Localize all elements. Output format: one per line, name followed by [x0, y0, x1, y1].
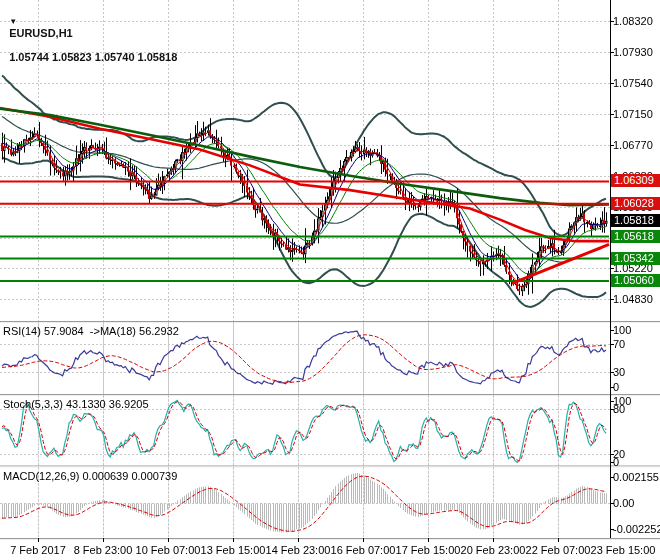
rsi-scale-label: 0 — [613, 381, 659, 393]
macd-scale-label: -0.002252 — [613, 523, 659, 535]
price-axis-label: 1.04830 — [613, 293, 659, 305]
rsi-scale-label: 100 — [613, 324, 659, 336]
price-tag-resistance: 1.06309 — [611, 174, 660, 187]
macd-scale-label: 0.002155 — [613, 471, 659, 483]
price-axis-label: 1.08320 — [613, 15, 659, 27]
macd-indicator-label: MACD(12,26,9) 0.000639 0.000739 — [3, 470, 177, 482]
price-axis-label: 1.07540 — [613, 77, 659, 89]
symbol-label: EURUSD,H1 — [9, 27, 73, 39]
rsi-indicator-label: RSI(14) 57.9084 ->MA(18) 56.2932 — [3, 325, 179, 337]
price-tag-support: 1.05618 — [611, 230, 660, 243]
price-tag-support: 1.05342 — [611, 252, 660, 265]
price-tag-resistance: 1.06028 — [611, 197, 660, 210]
chart-title: ▼ EURUSD,H1 1.05744 1.05823 1.05740 1.05… — [3, 3, 177, 63]
price-axis-label: 1.07150 — [613, 108, 659, 120]
time-axis-label: 23 Feb 15:00 — [585, 544, 660, 556]
price-tag-current-price: 1.05818 — [611, 214, 660, 227]
price-tag-support: 1.05060 — [611, 274, 660, 287]
price-axis-label: 1.06770 — [613, 139, 659, 151]
stoch-scale-label: 0 — [613, 456, 659, 468]
stoch-scale-label: 80 — [613, 403, 659, 415]
symbol-expander-icon[interactable]: ▼ — [9, 17, 17, 26]
stoch-indicator-label: Stoch(5,3,3) 43.1330 36.9205 — [3, 398, 149, 410]
price-axis-label: 1.07930 — [613, 46, 659, 58]
rsi-scale-label: 70 — [613, 338, 659, 350]
macd-scale-label: 0.00 — [613, 497, 659, 509]
ohlc-values: 1.05744 1.05823 1.05740 1.05818 — [9, 51, 177, 63]
rsi-scale-label: 30 — [613, 366, 659, 378]
